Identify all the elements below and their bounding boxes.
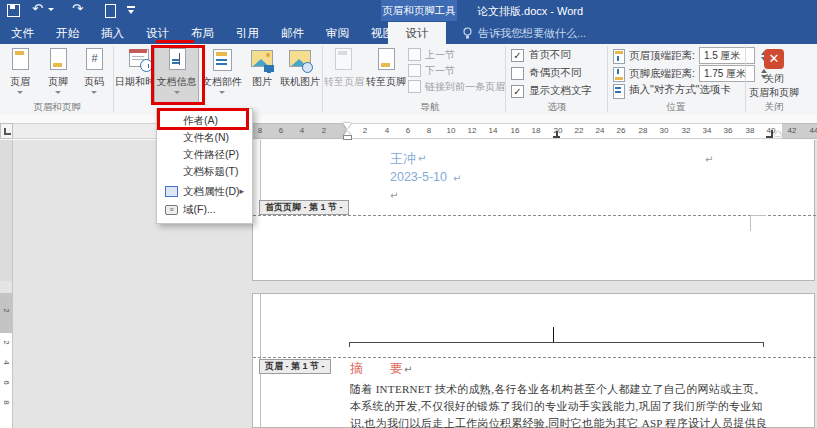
goto-footer-button[interactable]: 转至页脚: [364, 46, 408, 102]
calendar-clock-icon: [127, 47, 153, 73]
menu-item-filename[interactable]: 文件名(N): [159, 129, 249, 145]
author-field[interactable]: 王冲: [390, 150, 416, 168]
new-document-icon[interactable]: [105, 4, 116, 18]
tab-selector[interactable]: [0, 123, 13, 139]
undo-icon[interactable]: ↶: [32, 1, 43, 16]
next-section-button: 下一节: [408, 63, 455, 78]
page-2[interactable]: 页眉 - 第 1 节 - 摘 要 ↵ 随着 INTERNET 技术的成熟,各行各…: [252, 293, 815, 428]
annotation-box-author-item: [157, 108, 249, 130]
paragraph-mark: ↵: [705, 154, 713, 165]
vertical-ruler[interactable]: 2 2 4 6 8: [0, 140, 13, 428]
tab-review[interactable]: 审阅: [315, 22, 360, 44]
link-to-previous-icon: [408, 80, 421, 93]
tab-headerfooter-design-active[interactable]: 设计: [388, 22, 446, 44]
menu-item-filepath[interactable]: 文件路径(P): [159, 146, 249, 162]
field-icon: ≡: [165, 205, 178, 215]
body-text-line[interactable]: 本系统的开发,不仅很好的锻炼了我们的专业动手实践能力,巩固了我们所学的专业知: [350, 399, 763, 414]
group-separator: [505, 46, 506, 112]
tab-file[interactable]: 文件: [0, 22, 45, 44]
window-title: 论文排版.docx - Word: [477, 4, 583, 19]
group-separator: [113, 46, 114, 112]
abstract-heading-char[interactable]: 要: [390, 360, 403, 378]
picture-icon: [249, 47, 275, 73]
paragraph-mark: ↵: [418, 153, 426, 164]
header-boundary-dashed-line: [253, 357, 816, 358]
paragraph-mark: ↵: [404, 364, 412, 375]
text-boundary-corner: [750, 215, 766, 216]
alignment-tab-icon: [612, 84, 625, 97]
header-from-top-input[interactable]: 1.5 厘米: [699, 47, 755, 64]
header-from-top-row: 页眉顶端距离: 1.5 厘米: [612, 47, 770, 64]
contextual-tool-group-label: 页眉和页脚工具: [381, 0, 457, 21]
group-label-options: 选项: [527, 101, 587, 114]
link-to-previous-button: 链接到前一条页眉: [408, 79, 505, 94]
annotation-underline-layout-tab: [156, 40, 194, 43]
tab-mailings[interactable]: 邮件: [270, 22, 315, 44]
online-picture-icon: [287, 47, 313, 73]
dropdown-arrow-icon: [219, 91, 225, 94]
submenu-arrow-icon: ▸: [239, 183, 244, 199]
next-section-icon: [408, 64, 421, 77]
goto-footer-icon: [373, 47, 399, 73]
redo-icon[interactable]: ↷: [72, 1, 83, 16]
header-underline-tick: [763, 342, 764, 347]
checkbox-icon: ✓: [511, 85, 524, 98]
tab-home[interactable]: 开始: [45, 22, 90, 44]
body-text-line[interactable]: 识,也为我们以后走上工作岗位积累经验,同时它也能为其它 ASP 程序设计人员提供…: [350, 416, 767, 428]
pictures-button[interactable]: 图片: [246, 46, 278, 102]
save-icon[interactable]: [7, 4, 20, 17]
header-icon: [7, 47, 33, 73]
footer-from-bottom-row: 页脚底端距离: 1.75 厘米: [612, 65, 770, 82]
dropdown-arrow-icon: [55, 91, 61, 94]
group-separator: [607, 46, 608, 112]
first-page-footer-label: 首页页脚 - 第 1 节 -: [259, 200, 349, 215]
different-odd-even-checkbox[interactable]: 奇偶页不同: [511, 66, 582, 80]
checkbox-icon: [511, 67, 524, 80]
goto-header-button: 转至页眉: [324, 46, 364, 102]
right-tab-stop-marker[interactable]: [766, 130, 773, 138]
page-number-icon: #: [81, 47, 107, 73]
insert-alignment-tab-button[interactable]: 插入"对齐方式"选项卡: [612, 83, 731, 97]
left-tab-icon: [4, 128, 11, 135]
first-line-indent-marker[interactable]: [343, 123, 351, 129]
text-cursor: [553, 327, 554, 342]
quick-parts-icon: [209, 47, 235, 73]
center-tab-stop-marker[interactable]: [553, 131, 560, 138]
word-window: ↶ ↷ 页眉和页脚工具 论文排版.docx - Word 文件 开始 插入 设计…: [0, 0, 817, 428]
footer-distance-icon: [612, 67, 625, 80]
show-document-text-checkbox[interactable]: ✓ 显示文档文字: [511, 84, 592, 98]
paragraph-mark: ↵: [390, 190, 398, 201]
menu-item-doctitle[interactable]: 文档标题(T): [159, 163, 249, 179]
footer-button[interactable]: 页脚: [40, 46, 76, 102]
close-header-footer-button[interactable]: ✕ 关闭 页眉和页脚: [748, 49, 800, 100]
document-property-icon: [165, 186, 178, 197]
abstract-heading-char[interactable]: 摘: [350, 360, 363, 378]
right-indent-marker[interactable]: [774, 131, 782, 136]
customize-quick-access-icon[interactable]: [127, 6, 135, 14]
left-indent-marker[interactable]: [344, 136, 351, 139]
group-label-navigation: 导航: [400, 101, 460, 114]
different-first-page-checkbox[interactable]: ✓ 首页不同: [511, 48, 571, 62]
header-distance-icon: [612, 49, 625, 62]
page-number-button[interactable]: # 页码: [76, 46, 112, 102]
tab-references[interactable]: 引用: [225, 22, 270, 44]
lightbulb-icon: [462, 27, 473, 40]
group-label-close: 关闭: [744, 101, 804, 114]
group-label-header-footer: 页眉和页脚: [17, 101, 97, 114]
header-button[interactable]: 页眉: [2, 46, 38, 102]
previous-section-icon: [408, 48, 421, 61]
page-1[interactable]: 王冲 ↵ ↵ 2023-5-10 ↵ ↵ 首页页脚 - 第 1 节 -: [252, 140, 815, 281]
menu-item-field[interactable]: ≡ 域(F)...: [159, 201, 249, 217]
footer-icon: [45, 47, 71, 73]
date-field[interactable]: 2023-5-10: [390, 170, 447, 184]
text-boundary-corner: [750, 215, 751, 231]
footer-from-bottom-input[interactable]: 1.75 厘米: [699, 65, 755, 82]
undo-dropdown-icon[interactable]: [48, 8, 54, 11]
tell-me-box[interactable]: 告诉我您想要做什么...: [462, 26, 586, 41]
menu-item-docproperty[interactable]: 文档属性(D) ▸: [159, 183, 249, 199]
header-underline-tick: [349, 342, 350, 347]
online-pictures-button[interactable]: 联机图片: [279, 46, 321, 102]
body-text-line[interactable]: 随着 INTERNET 技术的成熟,各行各业各机构甚至个人都建立了自己的网站或主…: [350, 382, 765, 397]
quick-parts-button[interactable]: 文档部件: [199, 46, 245, 102]
tab-insert[interactable]: 插入: [90, 22, 135, 44]
